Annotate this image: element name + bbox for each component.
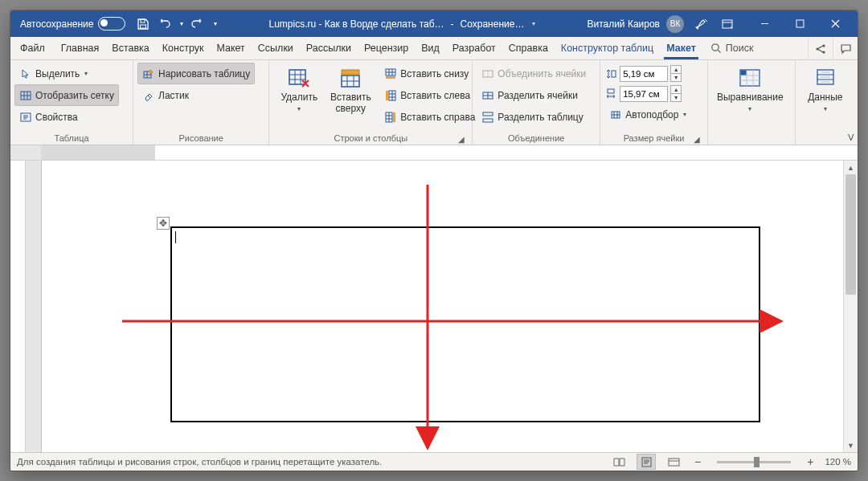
qat-customize-icon[interactable]: ▾ (214, 20, 217, 27)
save-state: Сохранение… (461, 18, 525, 30)
tab-help[interactable]: Справка (502, 37, 555, 59)
tab-table-layout[interactable]: Макет (660, 37, 702, 59)
ribbon-tabs: Файл Главная Вставка Конструк Макет Ссыл… (10, 37, 858, 60)
undo-icon[interactable] (158, 18, 170, 31)
collapse-ribbon-icon[interactable]: ᐯ (848, 132, 854, 143)
svg-rect-22 (483, 112, 493, 116)
autofit-icon (609, 108, 622, 121)
view-gridlines-button[interactable]: Отобразить сетку (14, 84, 119, 106)
insert-below-button[interactable]: Вставить снизу (379, 63, 480, 84)
split-table-button[interactable]: Разделить таблицу (477, 106, 591, 128)
zoom-out-button[interactable]: − (691, 455, 704, 468)
group-merge: Объединить ячейки Разделить ячейки Разде… (473, 60, 600, 145)
tab-table-design[interactable]: Конструктор таблиц (555, 37, 660, 59)
avatar[interactable]: ВК (666, 15, 684, 33)
alignment-button[interactable]: Выравнивание ▾ (712, 63, 788, 115)
tab-references[interactable]: Ссылки (252, 37, 300, 59)
eraser-button[interactable]: Ластик (137, 84, 255, 106)
tab-review[interactable]: Рецензир (358, 37, 415, 59)
col-width-input[interactable]: ▲▼ (604, 85, 691, 102)
scroll-up-icon[interactable]: ▲ (844, 161, 858, 174)
svg-point-7 (822, 51, 825, 53)
ribbon-display-icon[interactable] (721, 18, 734, 31)
quick-access-toolbar: ▾ ▾ (137, 18, 217, 31)
merge-icon (481, 67, 494, 80)
insert-right-button[interactable]: Вставить справа (379, 106, 480, 128)
vertical-ruler[interactable] (10, 161, 26, 452)
tab-file[interactable]: Файл (10, 37, 55, 59)
group-rows-cols: Удалить ▾ Вставить сверху Вставить снизу… (269, 60, 473, 145)
redo-icon[interactable] (191, 18, 204, 31)
properties-button[interactable]: Свойства (14, 106, 119, 128)
maximize-button[interactable] (782, 10, 817, 37)
zoom-in-button[interactable]: + (804, 455, 817, 468)
title-dropdown-icon[interactable]: ▾ (532, 20, 535, 27)
dialog-launcher-icon[interactable]: ◢ (692, 134, 702, 144)
insert-left-button[interactable]: Вставить слева (379, 84, 480, 106)
alignment-icon (737, 65, 763, 91)
draw-table-button[interactable]: Нарисовать таблицу (137, 63, 255, 84)
coming-soon-icon[interactable] (695, 17, 710, 31)
chevron-down-icon: ▾ (748, 105, 751, 112)
merge-cells-button: Объединить ячейки (477, 63, 591, 84)
select-button[interactable]: Выделить▾ (14, 63, 119, 84)
svg-rect-17 (386, 91, 388, 100)
close-button[interactable] (817, 10, 853, 37)
split-table-icon (481, 111, 494, 124)
app-window: Автосохранение ▾ ▾ Lumpics.ru - Как в Во… (10, 10, 858, 471)
height-icon (604, 67, 617, 80)
table-cell[interactable] (170, 226, 760, 422)
chevron-down-icon: ▾ (297, 105, 301, 112)
title-center: Lumpics.ru - Как в Ворде сделать таб… - … (223, 18, 580, 30)
minimize-button[interactable] (747, 10, 782, 37)
tab-home[interactable]: Главная (55, 37, 106, 59)
autosave-control[interactable]: Автосохранение (20, 17, 125, 31)
vertical-scrollbar[interactable]: ▲ ▼ (843, 161, 858, 452)
read-mode-button[interactable] (609, 454, 628, 470)
document-title: Lumpics.ru - Как в Ворде сделать таб… (268, 18, 444, 30)
print-layout-button[interactable] (637, 454, 656, 470)
data-button[interactable]: Данные ▾ (800, 63, 851, 115)
svg-rect-33 (669, 459, 679, 466)
spinner-down-icon[interactable]: ▼ (670, 93, 682, 102)
properties-icon (19, 111, 32, 124)
horizontal-ruler[interactable] (10, 145, 858, 161)
undo-dropdown-icon[interactable]: ▾ (180, 20, 183, 27)
svg-rect-0 (141, 19, 145, 22)
tab-developer[interactable]: Разработ (446, 37, 502, 59)
page-canvas[interactable]: ✥ (26, 161, 843, 452)
svg-rect-15 (386, 76, 395, 79)
row-height-input[interactable]: ▲▼ (604, 65, 691, 82)
tab-layout[interactable]: Макет (210, 37, 251, 59)
group-cell-size: ▲▼ ▲▼ Автоподбор▾ Размер ячейки◢ (600, 60, 708, 145)
share-button[interactable] (808, 37, 833, 59)
zoom-level[interactable]: 120 % (825, 457, 851, 467)
zoom-slider[interactable] (717, 461, 791, 463)
dialog-launcher-icon[interactable]: ◢ (457, 134, 466, 144)
delete-table-icon (286, 65, 312, 91)
user-area: Виталий Каиров ВК (587, 15, 737, 33)
insert-above-button[interactable]: Вставить сверху (325, 63, 376, 117)
tab-insert[interactable]: Вставка (105, 37, 155, 59)
autofit-button[interactable]: Автоподбор▾ (604, 104, 691, 125)
delete-button[interactable]: Удалить ▾ (273, 63, 325, 115)
spinner-down-icon[interactable]: ▼ (670, 73, 682, 82)
tab-view[interactable]: Вид (415, 37, 446, 59)
comments-button[interactable] (833, 37, 858, 59)
table-move-handle-icon[interactable]: ✥ (157, 217, 170, 230)
scroll-thumb[interactable] (845, 174, 856, 295)
svg-rect-3 (796, 20, 804, 27)
web-layout-button[interactable] (664, 454, 683, 470)
insert-col-right-icon (384, 111, 397, 124)
save-icon[interactable] (137, 18, 149, 31)
tab-mailings[interactable]: Рассылки (300, 37, 358, 59)
cursor-icon (19, 67, 32, 80)
scroll-down-icon[interactable]: ▼ (844, 438, 858, 452)
svg-point-6 (822, 44, 825, 47)
split-cells-button[interactable]: Разделить ячейки (477, 84, 591, 106)
insert-col-left-icon (384, 89, 397, 102)
autosave-toggle-icon[interactable] (98, 17, 125, 31)
data-icon (813, 65, 838, 91)
search-box[interactable]: Поиск (702, 37, 762, 59)
tab-design[interactable]: Конструк (156, 37, 211, 59)
